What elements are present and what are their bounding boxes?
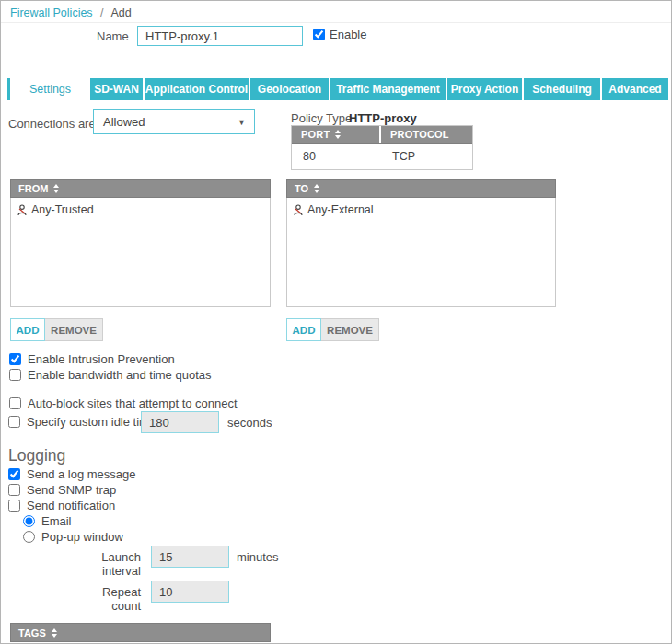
to-listbox: TO Any-External	[286, 179, 556, 307]
send-snmp-trap-checkbox[interactable]	[8, 484, 20, 496]
firewall-policy-add-page: Firewall Policies / Add Name Enable Sett…	[0, 0, 672, 644]
port-cell: 80	[292, 150, 381, 163]
tab-traffic-management[interactable]: Traffic Management	[330, 78, 446, 100]
logging-heading: Logging	[8, 446, 65, 466]
protocol-column-header: PROTOCOL	[381, 126, 472, 143]
breadcrumb-separator: /	[100, 6, 103, 19]
intrusion-prevention-checkbox[interactable]	[9, 353, 21, 365]
policy-type-value: HTTP-proxy	[349, 111, 417, 125]
popup-window-radio[interactable]	[23, 531, 35, 543]
tab-strip-stub	[7, 78, 10, 100]
breadcrumb-divider	[1, 22, 671, 23]
auto-block-label: Auto-block sites that attempt to connect	[28, 397, 238, 410]
list-item[interactable]: Any-Trusted	[11, 198, 270, 216]
bandwidth-quotas-label: Enable bandwidth and time quotas	[28, 368, 211, 382]
from-listbox: FROM Any-Trusted	[10, 179, 271, 307]
enable-checkbox[interactable]	[313, 29, 325, 40]
repeat-count-input[interactable]	[151, 581, 229, 603]
port-protocol-table: PORT PROTOCOL 80 TCP	[291, 125, 473, 170]
to-column-header[interactable]: TO	[286, 179, 556, 198]
from-remove-button[interactable]: REMOVE	[45, 318, 103, 341]
tab-proxy-action[interactable]: Proxy Action	[447, 78, 522, 100]
to-list-body: Any-External	[286, 198, 556, 307]
list-item-label: Any-Trusted	[31, 203, 94, 216]
tags-column-header[interactable]: TAGS	[10, 623, 271, 642]
launch-interval-unit: minutes	[237, 550, 279, 564]
idle-timeout-input[interactable]	[141, 411, 219, 433]
idle-timeout-checkbox[interactable]	[8, 416, 20, 428]
tab-sd-wan[interactable]: SD-WAN	[90, 78, 143, 100]
tab-advanced[interactable]: Advanced	[602, 78, 668, 100]
send-notification-checkbox[interactable]	[8, 500, 20, 512]
chevron-down-icon: ▼	[238, 118, 254, 127]
sort-icon	[314, 184, 319, 193]
breadcrumb-firewall-policies-link[interactable]: Firewall Policies	[10, 6, 93, 19]
launch-interval-label: Launch interval	[73, 550, 141, 578]
to-add-button[interactable]: ADD	[286, 318, 321, 341]
send-log-message-checkbox[interactable]	[8, 468, 20, 480]
send-snmp-trap-label: Send SNMP trap	[27, 483, 116, 497]
policy-type-label: Policy Type	[291, 111, 352, 125]
tab-application-control[interactable]: Application Control	[145, 78, 249, 100]
connections-are-label: Connections are	[8, 117, 96, 131]
email-radio[interactable]	[23, 515, 35, 527]
sort-icon	[53, 184, 59, 193]
send-log-message-label: Send a log message	[27, 467, 136, 481]
breadcrumb-current: Add	[110, 6, 131, 19]
enable-label: Enable	[330, 28, 366, 41]
repeat-count-label: Repeat count	[73, 585, 141, 613]
from-list-body: Any-Trusted	[10, 198, 271, 307]
alias-icon	[17, 204, 29, 216]
breadcrumb: Firewall Policies / Add	[10, 6, 132, 19]
tab-geolocation[interactable]: Geolocation	[250, 78, 329, 100]
auto-block-checkbox[interactable]	[9, 397, 21, 409]
table-row: 80 TCP	[292, 144, 472, 169]
launch-interval-input[interactable]	[151, 546, 229, 568]
bandwidth-quotas-checkbox[interactable]	[9, 369, 21, 381]
from-column-header[interactable]: FROM	[10, 179, 271, 198]
connections-select[interactable]: Allowed ▼	[93, 109, 255, 134]
list-item-label: Any-External	[307, 203, 374, 216]
tab-scheduling[interactable]: Scheduling	[524, 78, 600, 100]
send-notification-label: Send notification	[27, 499, 115, 512]
tab-settings[interactable]: Settings	[12, 78, 88, 100]
list-item[interactable]: Any-External	[287, 198, 555, 216]
to-remove-button[interactable]: REMOVE	[321, 318, 379, 341]
alias-icon	[293, 204, 305, 216]
from-add-button[interactable]: ADD	[10, 318, 45, 341]
port-column-header[interactable]: PORT	[292, 126, 381, 143]
connections-selected-value: Allowed	[94, 115, 238, 129]
protocol-cell: TCP	[381, 150, 415, 163]
tab-strip: Settings SD-WAN Application Control Geol…	[7, 78, 668, 100]
popup-window-radio-label: Pop-up window	[41, 530, 123, 544]
name-label: Name	[97, 29, 129, 43]
email-radio-label: Email	[41, 514, 72, 528]
idle-timeout-unit: seconds	[227, 416, 272, 430]
sort-icon	[335, 130, 341, 139]
sort-icon	[52, 628, 57, 638]
name-input[interactable]	[137, 26, 303, 46]
intrusion-prevention-label: Enable Intrusion Prevention	[28, 352, 175, 366]
